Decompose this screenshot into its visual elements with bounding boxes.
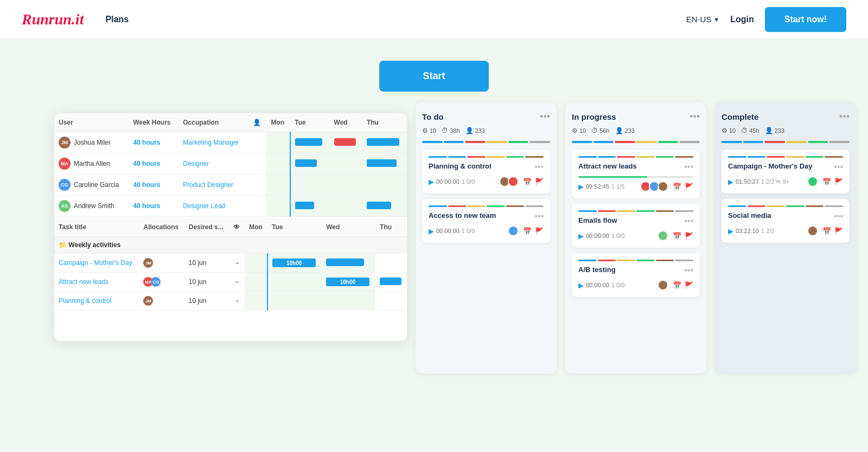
tasks-icon: ⚙ [722,127,727,134]
language-selector[interactable]: EN-US ▼ [686,15,720,24]
gantt-user-row-2: CGCaroline Garcia40 hoursProduct Designe… [54,175,407,196]
card-progress-segment [656,210,674,212]
calendar-icon[interactable]: 📅 [822,178,831,186]
card-right-side: 📅🚩 [499,176,544,187]
card-avatar-0 [658,280,668,290]
calendar-icon[interactable]: 📅 [523,227,532,235]
play-icon[interactable]: ▶ [578,281,584,289]
user-role-1: Designer [183,160,209,167]
timer-count: 1 2/2 [761,228,774,234]
play-icon[interactable]: ▶ [578,232,584,240]
stat-time: ⏱45h [741,127,759,134]
card-progress-segment [656,260,674,261]
col-stats-complete: ⚙10 ⏱45h 👤233 [722,127,850,134]
card-title-inprogress-2: A/B testing [578,266,616,275]
stat-time-val: 38h [450,127,459,134]
card-complete-1: Social media•••▶03:22:101 2/2📅🚩 [722,199,850,243]
calendar-icon[interactable]: 📅 [673,281,681,289]
logo[interactable]: Runrun.it [22,11,84,28]
progress-bar-segment [722,141,742,143]
progress-bar-segment [808,141,828,143]
plans-nav-item[interactable]: Plans [105,15,129,24]
user-name-1: Martha Allen [74,160,110,167]
start-now-button[interactable]: Start now! [765,7,846,32]
card-title-inprogress-0: Attract new leads [578,162,637,171]
col-menu-todo[interactable]: ••• [540,111,550,122]
flag-icon[interactable]: 🚩 [535,227,544,235]
login-button[interactable]: Login [730,15,754,24]
card-menu-inprogress-2[interactable]: ••• [684,266,693,275]
card-menu-inprogress-1[interactable]: ••• [684,216,693,226]
card-actions: 📅🚩 [523,178,544,186]
card-complete-0: Campaign - Mother's Day•••▶01:50:271 2/2… [722,150,850,193]
play-icon[interactable]: ▶ [728,227,733,235]
col-menu-inprogress[interactable]: ••• [690,111,700,122]
card-actions: 📅🚩 [822,227,843,235]
card-timer: ▶00:00:001 0/0 [429,178,475,186]
play-icon[interactable]: ▶ [429,227,434,235]
card-actions: 📅🚩 [673,183,693,191]
calendar-icon[interactable]: 📅 [822,227,831,235]
section-label: Weekly activities [68,241,120,249]
card-progress-segment [728,205,746,207]
card-avatar-0 [508,225,519,236]
card-avatar-0 [658,230,668,241]
calendar-icon[interactable]: 📅 [673,183,681,191]
user-avatar-3: AS [59,200,71,212]
card-menu-todo-1[interactable]: ••• [534,211,544,221]
green-progress-bar [578,176,693,178]
card-actions: 📅🚩 [523,227,544,235]
card-right-side: 📅🚩 [658,230,693,241]
card-avatars [508,225,519,236]
card-menu-todo-0[interactable]: ••• [534,162,544,172]
person-icon: 👤 [765,127,773,134]
task-title-0[interactable]: Campaign - Mother's Day [59,259,132,267]
task-title-1[interactable]: Attract new leads [59,278,108,286]
timer-value: 00:00:00 [586,282,609,288]
person-icon: 👤 [615,127,623,134]
calendar-icon[interactable]: 📅 [523,178,532,186]
card-progress-bars [578,210,693,212]
card-progress-bars [429,156,544,158]
stat-users: 👤233 [465,127,485,134]
card-right-side: 📅🚩 [508,225,544,236]
calendar-icon[interactable]: 📅 [673,232,681,240]
flag-icon[interactable]: 🚩 [685,232,693,240]
bar-1-1 [295,159,317,167]
card-menu-complete-0[interactable]: ••• [834,162,843,172]
task-wed-header: Wed [322,218,375,237]
card-progress-bars [578,156,693,158]
flag-icon[interactable]: 🚩 [685,281,693,289]
card-footer: ▶03:22:101 2/2📅🚩 [728,225,843,236]
bar-3-3 [367,202,391,209]
card-timer: ▶09:52:451 1/5 [578,183,624,191]
card-progress-segment [598,210,616,212]
card-menu-inprogress-0[interactable]: ••• [684,162,693,172]
col-header-inprogress: In progress••• [572,111,700,122]
card-avatar-0 [807,176,818,187]
task-title-2[interactable]: Planning & control [59,297,111,305]
flag-icon[interactable]: 🚩 [535,178,544,186]
play-icon[interactable]: ▶ [578,183,584,191]
eye-icon-header: 👁 [229,218,245,237]
flag-icon[interactable]: 🚩 [685,183,693,191]
hero-start-button[interactable]: Start [379,61,488,92]
task-date-1: 10 jun [184,273,229,292]
progress-bar-segment [764,141,785,143]
task-tue-header: Tue [267,218,322,237]
card-timer: ▶00:00:001 0/0 [578,232,624,240]
flag-icon[interactable]: 🚩 [834,178,843,186]
flag-icon[interactable]: 🚩 [834,227,843,235]
col-progress-bars-inprogress [572,141,700,143]
col-menu-complete[interactable]: ••• [839,111,850,122]
card-footer: ▶01:50:271 2/2 ✉ 9+📅🚩 [728,176,843,187]
user-hours-2: 40 hours [133,181,160,189]
card-progress-segment [525,205,544,207]
arrow-icon-0: → [233,259,240,267]
card-footer: ▶00:00:001 0/0📅🚩 [429,225,544,236]
card-menu-complete-1[interactable]: ••• [834,211,843,221]
play-icon[interactable]: ▶ [728,178,733,186]
stat-users-val: 233 [775,127,784,134]
card-header: A/B testing••• [578,266,693,275]
play-icon[interactable]: ▶ [429,178,434,186]
